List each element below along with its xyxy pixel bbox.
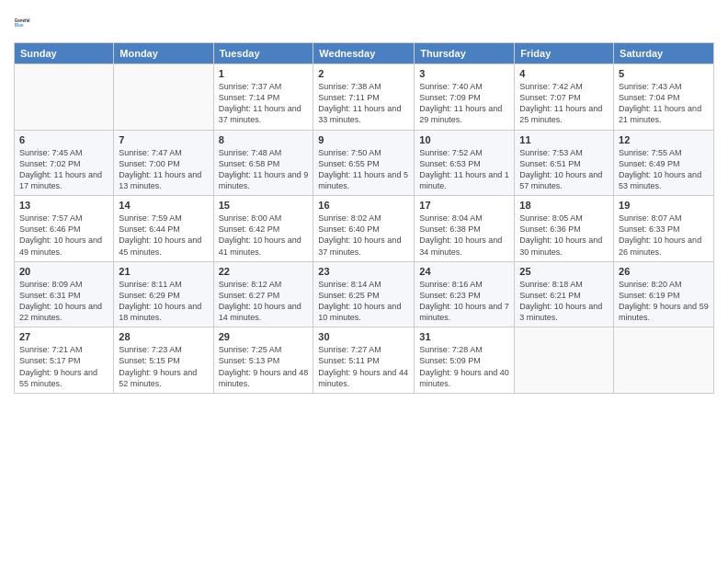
day-info: Sunrise: 8:12 AMSunset: 6:27 PMDaylight:… <box>219 279 309 324</box>
day-info: Sunrise: 8:07 AMSunset: 6:33 PMDaylight:… <box>619 213 709 258</box>
day-info: Sunrise: 7:55 AMSunset: 6:49 PMDaylight:… <box>619 147 709 192</box>
day-cell: 20Sunrise: 8:09 AMSunset: 6:31 PMDayligh… <box>15 261 114 327</box>
day-info: Sunrise: 7:59 AMSunset: 6:44 PMDaylight:… <box>119 213 208 258</box>
day-number: 26 <box>619 266 709 277</box>
day-cell: 5Sunrise: 7:43 AMSunset: 7:04 PMDaylight… <box>614 64 714 131</box>
day-number: 4 <box>519 68 609 79</box>
col-header-sunday: Sunday <box>15 43 114 64</box>
svg-text:General: General <box>15 18 30 23</box>
day-info: Sunrise: 7:23 AMSunset: 5:15 PMDaylight:… <box>119 344 208 389</box>
day-info: Sunrise: 7:42 AMSunset: 7:07 PMDaylight:… <box>519 81 609 126</box>
day-cell: 31Sunrise: 7:28 AMSunset: 5:09 PMDayligh… <box>415 327 515 394</box>
day-cell: 17Sunrise: 8:04 AMSunset: 6:38 PMDayligh… <box>415 196 515 262</box>
day-number: 11 <box>519 134 609 145</box>
day-info: Sunrise: 8:04 AMSunset: 6:38 PMDaylight:… <box>419 213 509 258</box>
day-info: Sunrise: 7:48 AMSunset: 6:58 PMDaylight:… <box>219 147 309 192</box>
day-info: Sunrise: 7:28 AMSunset: 5:09 PMDaylight:… <box>419 344 509 389</box>
col-header-saturday: Saturday <box>614 43 714 64</box>
day-cell <box>114 64 213 131</box>
day-number: 2 <box>318 68 409 79</box>
day-number: 30 <box>318 331 409 342</box>
day-cell: 29Sunrise: 7:25 AMSunset: 5:13 PMDayligh… <box>213 327 313 394</box>
day-cell: 10Sunrise: 7:52 AMSunset: 6:53 PMDayligh… <box>415 130 515 196</box>
day-number: 14 <box>119 200 208 211</box>
day-info: Sunrise: 8:16 AMSunset: 6:23 PMDaylight:… <box>419 279 509 324</box>
day-info: Sunrise: 7:21 AMSunset: 5:17 PMDaylight:… <box>19 344 108 389</box>
day-cell: 8Sunrise: 7:48 AMSunset: 6:58 PMDaylight… <box>213 130 313 196</box>
day-cell: 23Sunrise: 8:14 AMSunset: 6:25 PMDayligh… <box>313 261 415 327</box>
day-number: 8 <box>219 134 309 145</box>
day-info: Sunrise: 7:43 AMSunset: 7:04 PMDaylight:… <box>619 81 709 126</box>
day-number: 25 <box>519 266 609 277</box>
day-number: 12 <box>619 134 709 145</box>
day-info: Sunrise: 7:27 AMSunset: 5:11 PMDaylight:… <box>318 344 409 389</box>
day-cell: 11Sunrise: 7:53 AMSunset: 6:51 PMDayligh… <box>515 130 614 196</box>
day-info: Sunrise: 8:00 AMSunset: 6:42 PMDaylight:… <box>219 213 309 258</box>
week-row-4: 20Sunrise: 8:09 AMSunset: 6:31 PMDayligh… <box>15 261 714 327</box>
calendar-header-row: SundayMondayTuesdayWednesdayThursdayFrid… <box>15 43 714 64</box>
day-number: 16 <box>318 200 409 211</box>
day-cell: 27Sunrise: 7:21 AMSunset: 5:17 PMDayligh… <box>15 327 114 394</box>
day-number: 31 <box>419 331 509 342</box>
calendar-table: SundayMondayTuesdayWednesdayThursdayFrid… <box>14 42 714 394</box>
col-header-tuesday: Tuesday <box>213 43 313 64</box>
day-info: Sunrise: 8:14 AMSunset: 6:25 PMDaylight:… <box>318 279 409 324</box>
day-info: Sunrise: 7:50 AMSunset: 6:55 PMDaylight:… <box>318 147 409 192</box>
day-number: 13 <box>19 200 108 211</box>
day-cell <box>15 64 114 131</box>
day-cell: 18Sunrise: 8:05 AMSunset: 6:36 PMDayligh… <box>515 196 614 262</box>
day-number: 28 <box>119 331 208 342</box>
day-info: Sunrise: 8:11 AMSunset: 6:29 PMDaylight:… <box>119 279 208 324</box>
day-number: 24 <box>419 266 509 277</box>
day-cell: 16Sunrise: 8:02 AMSunset: 6:40 PMDayligh… <box>313 196 415 262</box>
day-cell: 24Sunrise: 8:16 AMSunset: 6:23 PMDayligh… <box>415 261 515 327</box>
day-info: Sunrise: 8:20 AMSunset: 6:19 PMDaylight:… <box>619 279 709 324</box>
week-row-2: 6Sunrise: 7:45 AMSunset: 7:02 PMDaylight… <box>15 130 714 196</box>
logo: General Blue <box>14 9 40 35</box>
day-cell <box>515 327 614 394</box>
col-header-monday: Monday <box>114 43 213 64</box>
day-info: Sunrise: 7:52 AMSunset: 6:53 PMDaylight:… <box>419 147 509 192</box>
day-cell: 15Sunrise: 8:00 AMSunset: 6:42 PMDayligh… <box>213 196 313 262</box>
day-cell: 3Sunrise: 7:40 AMSunset: 7:09 PMDaylight… <box>415 64 515 131</box>
day-cell: 12Sunrise: 7:55 AMSunset: 6:49 PMDayligh… <box>614 130 714 196</box>
day-cell <box>614 327 714 394</box>
day-cell: 19Sunrise: 8:07 AMSunset: 6:33 PMDayligh… <box>614 196 714 262</box>
day-cell: 9Sunrise: 7:50 AMSunset: 6:55 PMDaylight… <box>313 130 415 196</box>
day-cell: 2Sunrise: 7:38 AMSunset: 7:11 PMDaylight… <box>313 64 415 131</box>
day-number: 3 <box>419 68 509 79</box>
day-cell: 14Sunrise: 7:59 AMSunset: 6:44 PMDayligh… <box>114 196 213 262</box>
day-info: Sunrise: 8:18 AMSunset: 6:21 PMDaylight:… <box>519 279 609 324</box>
day-number: 6 <box>19 134 108 145</box>
day-info: Sunrise: 8:09 AMSunset: 6:31 PMDaylight:… <box>19 279 108 324</box>
header: General Blue <box>14 9 714 35</box>
day-info: Sunrise: 7:37 AMSunset: 7:14 PMDaylight:… <box>219 81 309 126</box>
day-cell: 1Sunrise: 7:37 AMSunset: 7:14 PMDaylight… <box>213 64 313 131</box>
day-info: Sunrise: 7:40 AMSunset: 7:09 PMDaylight:… <box>419 81 509 126</box>
day-info: Sunrise: 7:53 AMSunset: 6:51 PMDaylight:… <box>519 147 609 192</box>
day-info: Sunrise: 7:25 AMSunset: 5:13 PMDaylight:… <box>219 344 309 389</box>
day-cell: 4Sunrise: 7:42 AMSunset: 7:07 PMDaylight… <box>515 64 614 131</box>
day-info: Sunrise: 7:57 AMSunset: 6:46 PMDaylight:… <box>19 213 108 258</box>
day-number: 15 <box>219 200 309 211</box>
day-number: 18 <box>519 200 609 211</box>
day-number: 21 <box>119 266 208 277</box>
day-cell: 21Sunrise: 8:11 AMSunset: 6:29 PMDayligh… <box>114 261 213 327</box>
day-cell: 7Sunrise: 7:47 AMSunset: 7:00 PMDaylight… <box>114 130 213 196</box>
day-info: Sunrise: 7:38 AMSunset: 7:11 PMDaylight:… <box>318 81 409 126</box>
day-info: Sunrise: 7:47 AMSunset: 7:00 PMDaylight:… <box>119 147 208 192</box>
day-cell: 25Sunrise: 8:18 AMSunset: 6:21 PMDayligh… <box>515 261 614 327</box>
day-cell: 6Sunrise: 7:45 AMSunset: 7:02 PMDaylight… <box>15 130 114 196</box>
week-row-5: 27Sunrise: 7:21 AMSunset: 5:17 PMDayligh… <box>15 327 714 394</box>
day-number: 23 <box>318 266 409 277</box>
col-header-wednesday: Wednesday <box>313 43 415 64</box>
day-cell: 30Sunrise: 7:27 AMSunset: 5:11 PMDayligh… <box>313 327 415 394</box>
day-number: 7 <box>119 134 208 145</box>
day-number: 29 <box>219 331 309 342</box>
day-cell: 26Sunrise: 8:20 AMSunset: 6:19 PMDayligh… <box>614 261 714 327</box>
day-number: 17 <box>419 200 509 211</box>
day-number: 9 <box>318 134 409 145</box>
day-info: Sunrise: 8:05 AMSunset: 6:36 PMDaylight:… <box>519 213 609 258</box>
day-number: 10 <box>419 134 509 145</box>
day-number: 1 <box>219 68 309 79</box>
